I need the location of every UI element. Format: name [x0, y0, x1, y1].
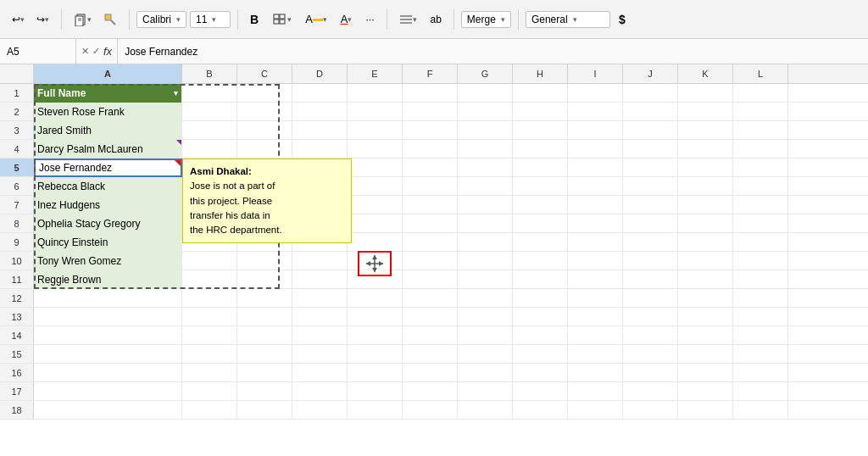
cell-G13[interactable] [458, 308, 513, 326]
cell-K10[interactable] [678, 252, 733, 270]
wrap-button[interactable]: ab [426, 10, 447, 29]
cell-C18[interactable] [237, 401, 292, 420]
cell-J1[interactable] [623, 84, 678, 103]
cell-L10[interactable] [733, 252, 788, 270]
cell-I3[interactable] [568, 121, 623, 140]
cell-B18[interactable] [182, 401, 237, 420]
cell-I1[interactable] [568, 84, 623, 103]
cell-D3[interactable] [292, 121, 348, 140]
cell-K6[interactable] [678, 177, 733, 196]
col-header-I[interactable]: I [568, 64, 623, 83]
row-num-14[interactable]: 14 [0, 326, 34, 345]
cell-E2[interactable] [348, 103, 403, 121]
cell-B13[interactable] [182, 308, 237, 326]
cell-D15[interactable] [292, 345, 348, 364]
cell-B16[interactable] [182, 364, 237, 382]
cell-H7[interactable] [513, 196, 568, 214]
cell-J5[interactable] [623, 158, 678, 177]
format-dropdown[interactable]: General ▾ [526, 11, 610, 28]
cell-G3[interactable] [458, 121, 513, 140]
cell-J11[interactable] [623, 270, 678, 289]
cell-H15[interactable] [513, 345, 568, 364]
cell-A2[interactable]: Steven Rose Frank [34, 103, 182, 121]
cell-J6[interactable] [623, 177, 678, 196]
cell-C15[interactable] [237, 345, 292, 364]
cell-I10[interactable] [568, 252, 623, 270]
cell-I2[interactable] [568, 103, 623, 121]
col-header-G[interactable]: G [458, 64, 513, 83]
cell-B1[interactable] [182, 84, 237, 103]
cell-C3[interactable] [237, 121, 292, 140]
cell-G2[interactable] [458, 103, 513, 121]
cell-B10[interactable] [182, 252, 237, 270]
cell-L5[interactable] [733, 158, 788, 177]
cell-C16[interactable] [237, 364, 292, 382]
cell-D11[interactable] [292, 270, 348, 289]
row-num-4[interactable]: 4 [0, 140, 34, 158]
cell-L12[interactable] [733, 289, 788, 308]
cell-D13[interactable] [292, 308, 348, 326]
cell-E13[interactable] [348, 308, 403, 326]
cell-I12[interactable] [568, 289, 623, 308]
cell-B4[interactable] [182, 140, 237, 158]
bold-button[interactable]: B [245, 9, 264, 30]
cell-I15[interactable] [568, 345, 623, 364]
cancel-icon[interactable]: ✕ [81, 46, 89, 57]
font-color-button[interactable]: A ▾ [336, 9, 358, 29]
cell-H9[interactable] [513, 233, 568, 252]
cell-G1[interactable] [458, 84, 513, 103]
cell-J3[interactable] [623, 121, 678, 140]
cell-L16[interactable] [733, 364, 788, 382]
cell-E6[interactable] [348, 177, 403, 196]
cell-K1[interactable] [678, 84, 733, 103]
cell-J15[interactable] [623, 345, 678, 364]
col-header-L[interactable]: L [733, 64, 788, 83]
cell-L1[interactable] [733, 84, 788, 103]
row-num-13[interactable]: 13 [0, 308, 34, 326]
cell-H5[interactable] [513, 158, 568, 177]
cell-J7[interactable] [623, 196, 678, 214]
cell-D4[interactable] [292, 140, 348, 158]
cell-F13[interactable] [403, 308, 458, 326]
col-header-A[interactable]: A [34, 64, 182, 83]
cell-G5[interactable] [458, 158, 513, 177]
cell-F18[interactable] [403, 401, 458, 420]
cell-F1[interactable] [403, 84, 458, 103]
undo-button[interactable]: ↩▾ [7, 10, 30, 29]
cell-J17[interactable] [623, 382, 678, 401]
cell-A8[interactable]: Ophelia Stacy Gregory [34, 214, 182, 233]
cell-A11[interactable]: Reggie Brown [34, 270, 182, 289]
row-num-6[interactable]: 6 [0, 177, 34, 196]
cell-L2[interactable] [733, 103, 788, 121]
row-num-17[interactable]: 17 [0, 382, 34, 401]
cell-L13[interactable] [733, 308, 788, 326]
cell-C1[interactable] [237, 84, 292, 103]
cell-A6[interactable]: Rebecca Black [34, 177, 182, 196]
cell-F7[interactable] [403, 196, 458, 214]
cell-H16[interactable] [513, 364, 568, 382]
cell-A14[interactable] [34, 326, 182, 345]
col-header-C[interactable]: C [237, 64, 292, 83]
cell-H1[interactable] [513, 84, 568, 103]
cell-D18[interactable] [292, 401, 348, 420]
cell-L15[interactable] [733, 345, 788, 364]
cell-K16[interactable] [678, 364, 733, 382]
cell-J14[interactable] [623, 326, 678, 345]
cell-E1[interactable] [348, 84, 403, 103]
cell-K5[interactable] [678, 158, 733, 177]
borders-button[interactable]: ▾ [267, 9, 297, 30]
cell-H13[interactable] [513, 308, 568, 326]
cell-L7[interactable] [733, 196, 788, 214]
cell-B12[interactable] [182, 289, 237, 308]
cell-A17[interactable] [34, 382, 182, 401]
cell-L11[interactable] [733, 270, 788, 289]
cell-A9[interactable]: Quincy Einstein [34, 233, 182, 252]
cell-C13[interactable] [237, 308, 292, 326]
cell-F14[interactable] [403, 326, 458, 345]
cell-F16[interactable] [403, 364, 458, 382]
cell-K18[interactable] [678, 401, 733, 420]
cell-K13[interactable] [678, 308, 733, 326]
cell-F11[interactable] [403, 270, 458, 289]
font-name-dropdown[interactable]: Calibri ▾ [136, 11, 186, 28]
cell-G6[interactable] [458, 177, 513, 196]
